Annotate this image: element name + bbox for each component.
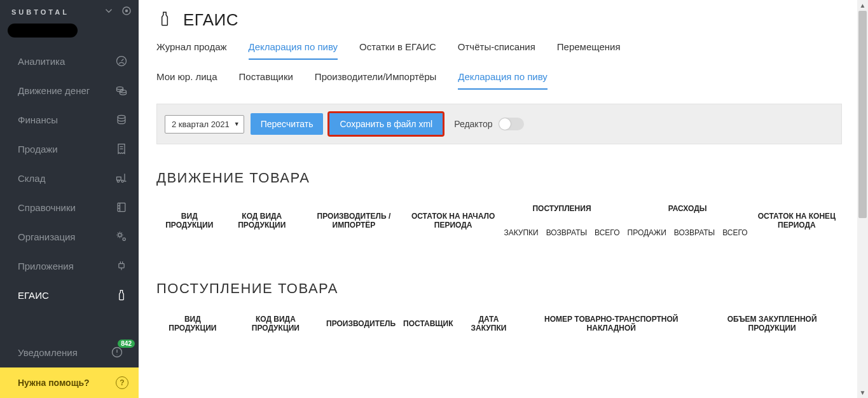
nav-label: Приложения [18, 261, 74, 271]
nav-warehouse[interactable]: Склад [0, 163, 139, 193]
dashboard-icon [114, 54, 128, 68]
scroll-up-icon[interactable]: ▲ [857, 0, 868, 11]
subtab-producers[interactable]: Производители/Импортёры [315, 71, 436, 90]
svg-point-11 [123, 238, 125, 240]
nav-label: Организация [18, 231, 75, 242]
scrollbar[interactable]: ▲ ▼ [857, 0, 868, 398]
help-bar[interactable]: Нужна помощь? ? [0, 367, 139, 398]
sub-returns-in: ВОЗВРАТЫ [542, 218, 591, 242]
subtabs: Мои юр. лица Поставщики Производители/Им… [156, 71, 842, 90]
nav-money-flow[interactable]: Движение денег [0, 76, 139, 105]
svg-point-5 [118, 115, 125, 118]
notif-label: Уведомления [18, 347, 78, 358]
bottle-icon [156, 11, 173, 29]
movement-header-row: ВИД ПРОДУКЦИИ КОД ВИДА ПРОДУКЦИИ ПРОИЗВО… [156, 199, 842, 218]
col-product-type: ВИД ПРОДУКЦИИ [156, 199, 223, 242]
receipt-table: ВИД ПРОДУКЦИИ КОД ВИДА ПРОДУКЦИИ ПРОИЗВО… [156, 310, 842, 338]
col-product-code: КОД ВИДА ПРОДУКЦИИ [223, 199, 301, 242]
sub-sales: ПРОДАЖИ [624, 218, 670, 242]
sidebar-top-icons [103, 5, 132, 18]
chevron-down-icon[interactable] [103, 5, 114, 18]
nav-apps[interactable]: Приложения [0, 251, 139, 280]
sub-total-in: ВСЕГО [591, 218, 623, 242]
nav-label: Продажи [18, 144, 58, 154]
nav-label: ЕГАИС [18, 290, 49, 301]
book-icon [114, 200, 128, 214]
tab-egais-balances[interactable]: Остатки в ЕГАИС [359, 41, 436, 60]
svg-point-3 [117, 87, 123, 90]
brand: SUBTOTAL [11, 8, 69, 16]
scroll-track[interactable] [857, 11, 868, 387]
editor-toggle[interactable] [499, 118, 524, 130]
subtab-my-entities[interactable]: Мои юр. лица [156, 71, 217, 90]
tab-beer-declaration[interactable]: Декларация по пиву [249, 41, 338, 60]
coins2-icon [114, 113, 128, 127]
period-dropdown[interactable]: 2 квартал 2021 [165, 115, 244, 134]
nav-label: Движение денег [18, 85, 90, 96]
movement-title: ДВИЖЕНИЕ ТОВАРА [156, 170, 842, 186]
nav-label: Справочники [18, 202, 76, 213]
col-start-balance: ОСТАТОК НА НАЧАЛО ПЕРИОДА [406, 199, 500, 242]
subtab-beer-declaration[interactable]: Декларация по пиву [458, 71, 548, 90]
receipt-icon [114, 142, 128, 156]
rcol-waybill-number: НОМЕР ТОВАРНО-ТРАНСПОРТНОЙ НАКЛАДНОЙ [520, 310, 702, 338]
scroll-down-icon[interactable]: ▼ [857, 387, 868, 398]
target-icon[interactable] [121, 5, 132, 18]
rcol-purchase-date: ДАТА ЗАКУПКИ [457, 310, 521, 338]
sidebar: SUBTOTAL Аналитика Движение денег Финанс… [0, 0, 139, 398]
svg-point-7 [117, 180, 119, 182]
nav-label: Финансы [18, 114, 58, 125]
plug-icon [114, 259, 128, 273]
toolbar: 2 квартал 2021 Пересчитать Сохранить в ф… [156, 104, 842, 144]
page-title-row: ЕГАИС [156, 10, 842, 30]
nav: Аналитика Движение денег Финансы Продажи… [0, 41, 139, 337]
rcol-supplier: ПОСТАВЩИК [399, 310, 457, 338]
nav-finance[interactable]: Финансы [0, 105, 139, 134]
nav-organization[interactable]: Организация [0, 222, 139, 251]
receipt-header-row: ВИД ПРОДУКЦИИ КОД ВИДА ПРОДУКЦИИ ПРОИЗВО… [156, 310, 842, 338]
page-title: ЕГАИС [183, 10, 238, 30]
col-expenses: РАСХОДЫ [624, 199, 752, 218]
svg-rect-12 [119, 264, 124, 268]
nav-directories[interactable]: Справочники [0, 193, 139, 222]
tabs: Журнал продаж Декларация по пиву Остатки… [156, 41, 842, 60]
sub-returns-out: ВОЗВРАТЫ [670, 218, 719, 242]
col-receipts: ПОСТУПЛЕНИЯ [500, 199, 623, 218]
bottle-icon [114, 288, 128, 302]
col-producer: ПРОИЗВОДИТЕЛЬ / ИМПОРТЁР [301, 199, 406, 242]
gear-icon [114, 230, 128, 244]
coins-icon [114, 83, 128, 97]
nav-sales[interactable]: Продажи [0, 134, 139, 163]
save-xml-button[interactable]: Сохранить в файл xml [329, 113, 443, 135]
nav-analytics[interactable]: Аналитика [0, 46, 139, 76]
sub-total-out: ВСЕГО [719, 218, 751, 242]
main-wrap: ЕГАИС Журнал продаж Декларация по пиву О… [139, 0, 868, 398]
sub-purchases: ЗАКУПКИ [500, 218, 542, 242]
nav-egais[interactable]: ЕГАИС [0, 280, 139, 310]
toggle-knob [499, 118, 511, 130]
help-label: Нужна помощь? [18, 378, 90, 388]
forklift-icon [114, 171, 128, 185]
rcol-volume: ОБЪЕМ ЗАКУПЛЕННОЙ ПРОДУКЦИИ [702, 310, 842, 338]
editor-label: Редактор [454, 119, 492, 129]
tab-writeoff-reports[interactable]: Отчёты-списания [458, 41, 535, 60]
svg-rect-6 [117, 177, 121, 180]
sidebar-header: SUBTOTAL [0, 0, 139, 22]
rcol-product-code: КОД ВИДА ПРОДУКЦИИ [229, 310, 322, 338]
notif-badge: 842 [118, 340, 135, 348]
rcol-producer: ПРОИЗВОДИТЕЛЬ [322, 310, 399, 338]
main: ЕГАИС Журнал продаж Декларация по пиву О… [139, 0, 857, 398]
col-end-balance: ОСТАТОК НА КОНЕЦ ПЕРИОДА [752, 199, 842, 242]
tab-sales-journal[interactable]: Журнал продаж [156, 41, 227, 60]
tab-transfers[interactable]: Перемещения [557, 41, 621, 60]
recalc-button[interactable]: Пересчитать [251, 113, 324, 135]
svg-point-8 [121, 180, 123, 182]
svg-point-10 [118, 233, 121, 237]
svg-point-1 [126, 10, 128, 12]
scroll-thumb[interactable] [858, 11, 867, 218]
subtab-suppliers[interactable]: Поставщики [239, 71, 293, 90]
nav-notifications[interactable]: Уведомления 842 [0, 337, 139, 367]
svg-rect-9 [118, 203, 125, 211]
rcol-product-type: ВИД ПРОДУКЦИИ [156, 310, 229, 338]
movement-table: ВИД ПРОДУКЦИИ КОД ВИДА ПРОДУКЦИИ ПРОИЗВО… [156, 199, 842, 242]
